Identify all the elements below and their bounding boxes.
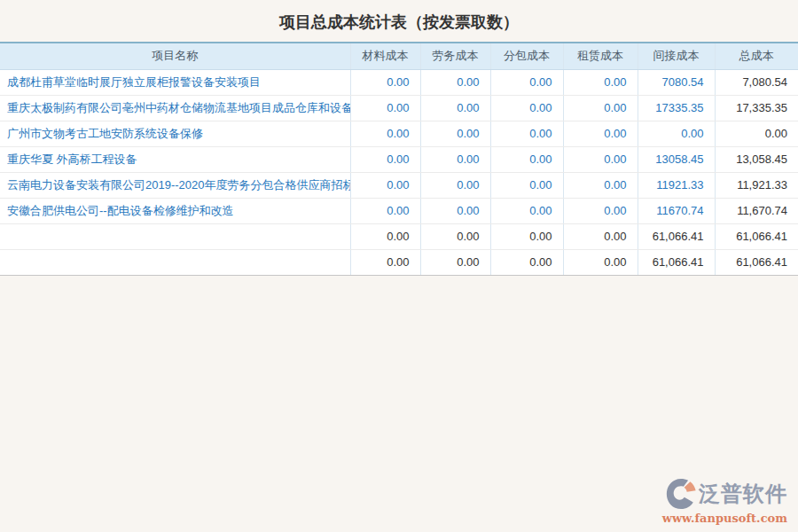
- cost-value: 0.00: [490, 223, 563, 249]
- cost-value: 0.00: [490, 249, 563, 275]
- cost-value[interactable]: 0.00: [490, 172, 563, 198]
- table-row: 成都杜甫草堂临时展厅独立展柜报警设备安装项目0.000.000.000.0070…: [0, 69, 798, 95]
- cost-value[interactable]: 0.00: [350, 198, 420, 223]
- cost-value: 61,066.41: [715, 249, 798, 275]
- summary-name-cell: [0, 223, 350, 249]
- cost-value[interactable]: 11921.33: [638, 172, 715, 198]
- cost-value[interactable]: 0.00: [420, 95, 490, 121]
- cost-value: 11,921.33: [715, 172, 798, 198]
- cost-value[interactable]: 0.00: [490, 121, 563, 146]
- cost-value[interactable]: 0.00: [563, 198, 638, 223]
- project-name-link[interactable]: 重庆太极制药有限公司亳州中药材仓储物流基地项目成品仓库和设备: [0, 95, 350, 121]
- project-name-link[interactable]: 成都杜甫草堂临时展厅独立展柜报警设备安装项目: [0, 69, 350, 95]
- cost-value: 17,335.35: [715, 95, 798, 121]
- cost-value[interactable]: 0.00: [563, 146, 638, 172]
- page-title: 项目总成本统计表（按发票取数）: [0, 0, 798, 42]
- cost-value[interactable]: 0.00: [350, 172, 420, 198]
- project-name-link[interactable]: 重庆华夏 外高桥工程设备: [0, 146, 350, 172]
- column-header-cost: 劳务成本: [420, 43, 490, 69]
- cost-value[interactable]: 0.00: [563, 172, 638, 198]
- table-row: 重庆华夏 外高桥工程设备0.000.000.000.0013058.4513,0…: [0, 146, 798, 172]
- cost-value[interactable]: 0.00: [638, 121, 715, 146]
- table-header-row: 项目名称材料成本劳务成本分包成本租赁成本间接成本总成本: [0, 43, 798, 69]
- cost-value[interactable]: 0.00: [490, 95, 563, 121]
- cost-value[interactable]: 0.00: [420, 69, 490, 95]
- cost-value: 61,066.41: [638, 249, 715, 275]
- cost-value: 11,670.74: [715, 198, 798, 223]
- cost-value[interactable]: 0.00: [563, 95, 638, 121]
- cost-value: 13,058.45: [715, 146, 798, 172]
- project-name-link[interactable]: 云南电力设备安装有限公司2019--2020年度劳务分包合格供应商招标: [0, 172, 350, 198]
- cost-value[interactable]: 0.00: [350, 69, 420, 95]
- column-header-cost: 间接成本: [638, 43, 715, 69]
- table-row: 广州市文物考古工地安防系统设备保修0.000.000.000.000.000.0…: [0, 121, 798, 146]
- column-header-cost: 材料成本: [350, 43, 420, 69]
- cost-value[interactable]: 0.00: [490, 146, 563, 172]
- summary-row: 0.000.000.000.0061,066.4161,066.41: [0, 249, 798, 275]
- fanpu-website-url: www.fanpusoft.com: [662, 512, 787, 525]
- table-row: 重庆太极制药有限公司亳州中药材仓储物流基地项目成品仓库和设备0.000.000.…: [0, 95, 798, 121]
- cost-value[interactable]: 0.00: [350, 121, 420, 146]
- column-header-project-name: 项目名称: [0, 43, 350, 69]
- cost-value: 0.00: [715, 121, 798, 146]
- cost-value: 0.00: [420, 249, 490, 275]
- cost-value: 0.00: [350, 223, 420, 249]
- project-name-link[interactable]: 广州市文物考古工地安防系统设备保修: [0, 121, 350, 146]
- fanpu-brand: 泛普软件 www.fanpusoft.com: [662, 477, 787, 525]
- cost-value[interactable]: 0.00: [420, 172, 490, 198]
- fanpu-brand-top: 泛普软件: [662, 477, 787, 511]
- column-header-cost: 总成本: [715, 43, 798, 69]
- cost-value[interactable]: 17335.35: [638, 95, 715, 121]
- column-header-cost: 分包成本: [490, 43, 563, 69]
- cost-value: 61,066.41: [715, 223, 798, 249]
- cost-value[interactable]: 0.00: [350, 146, 420, 172]
- cost-value[interactable]: 0.00: [420, 198, 490, 223]
- cost-value[interactable]: 0.00: [490, 69, 563, 95]
- cost-value[interactable]: 0.00: [420, 146, 490, 172]
- fanpu-brand-name: 泛普软件: [699, 483, 787, 505]
- cost-value: 0.00: [350, 249, 420, 275]
- cost-value[interactable]: 0.00: [490, 198, 563, 223]
- table-row: 云南电力设备安装有限公司2019--2020年度劳务分包合格供应商招标0.000…: [0, 172, 798, 198]
- cost-value[interactable]: 0.00: [563, 69, 638, 95]
- cost-value: 61,066.41: [638, 223, 715, 249]
- summary-row: 0.000.000.000.0061,066.4161,066.41: [0, 223, 798, 249]
- cost-value: 0.00: [563, 249, 638, 275]
- cost-value[interactable]: 0.00: [563, 121, 638, 146]
- project-cost-table: 项目名称材料成本劳务成本分包成本租赁成本间接成本总成本 成都杜甫草堂临时展厅独立…: [0, 42, 798, 276]
- cost-value[interactable]: 7080.54: [638, 69, 715, 95]
- column-header-cost: 租赁成本: [563, 43, 638, 69]
- cost-value[interactable]: 13058.45: [638, 146, 715, 172]
- table-row: 安徽合肥供电公司--配电设备检修维护和改造0.000.000.000.00116…: [0, 198, 798, 223]
- fanpu-logo-icon: [664, 477, 698, 511]
- cost-value: 0.00: [420, 223, 490, 249]
- cost-value[interactable]: 0.00: [420, 121, 490, 146]
- cost-value: 7,080.54: [715, 69, 798, 95]
- cost-value[interactable]: 0.00: [350, 95, 420, 121]
- summary-name-cell: [0, 249, 350, 275]
- cost-value: 0.00: [563, 223, 638, 249]
- project-name-link[interactable]: 安徽合肥供电公司--配电设备检修维护和改造: [0, 198, 350, 223]
- cost-value[interactable]: 11670.74: [638, 198, 715, 223]
